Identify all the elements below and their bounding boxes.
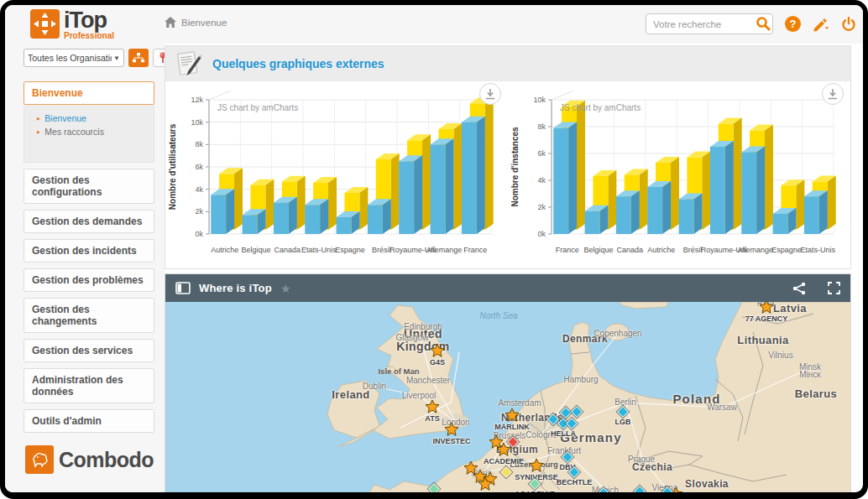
svg-text:4k: 4k [195, 185, 203, 194]
breadcrumb-label: Bienvenue [181, 18, 227, 28]
sidebar-item-gestion-des-services[interactable]: Gestion des services [24, 339, 154, 362]
sidebar-item-outils-d-admin[interactable]: Outils d'admin [24, 409, 154, 433]
svg-text:8k: 8k [195, 140, 203, 148]
svg-text:Autriche: Autriche [647, 246, 675, 254]
chart-download-button[interactable] [822, 83, 844, 105]
svg-text:Canada: Canada [275, 246, 301, 254]
combodo-label: Combodo [59, 448, 154, 472]
sidebar-item-gestion-des-incidents[interactable]: Gestion des incidents [24, 239, 154, 262]
svg-text:Brésil: Brésil [683, 246, 703, 254]
top-bar: iTop Professional Bienvenue ? [5, 5, 863, 44]
svg-text:2k: 2k [195, 207, 203, 216]
svg-text:Canada: Canada [617, 246, 644, 254]
svg-text:Allemange: Allemange [426, 246, 463, 254]
svg-text:JS chart by amCharts: JS chart by amCharts [217, 103, 298, 112]
sidebar-item-bienvenue[interactable]: Bienvenue [24, 81, 154, 105]
sidebar-subitem-bienvenue[interactable]: ‣Bienvenue [36, 113, 149, 123]
panel-toggle-icon[interactable] [175, 282, 191, 294]
svg-text:Espagne: Espagne [771, 246, 802, 254]
arrow-bullet-icon: ‣ [36, 115, 40, 123]
map-marker-star[interactable] [497, 443, 511, 460]
arrow-bullet-icon: ‣ [36, 128, 40, 137]
sidebar-item-gestion-des-demandes[interactable]: Gestion des demandes [24, 210, 154, 233]
sidebar-subitem-mes-raccourcis[interactable]: ‣Mes raccourcis [36, 127, 149, 137]
map-marker-star[interactable] [760, 302, 774, 318]
svg-text:12k: 12k [191, 96, 203, 104]
combodo-logo[interactable]: Combodo [25, 445, 154, 474]
map-header: Where is iTop ★ [165, 274, 850, 302]
edit-menu-icon[interactable] [813, 17, 829, 32]
map-canvas[interactable]: North SeaUnited KingdomIrelandNetherland… [165, 302, 850, 492]
svg-text:10k: 10k [191, 118, 203, 127]
combodo-icon [25, 445, 54, 474]
itop-logo-icon [30, 9, 60, 39]
download-icon [485, 89, 495, 100]
favorite-star-icon[interactable]: ★ [280, 282, 291, 295]
svg-text:0k: 0k [195, 230, 203, 238]
map-marker-star[interactable] [530, 459, 544, 476]
svg-text:6k: 6k [537, 149, 546, 158]
map-marker-label: ACADEMIE [515, 490, 555, 492]
sidebar: Toutes les Organisation ▼ Bienvenue ‣Bie… [5, 44, 165, 492]
svg-text:Nombre d'utilisateurs: Nombre d'utilisateurs [168, 123, 177, 210]
map-panel: Where is iTop ★ [165, 273, 851, 492]
search-input[interactable] [646, 13, 773, 34]
svg-text:JS chart by amCharts: JS chart by amCharts [560, 103, 641, 112]
svg-text:Nombre d'instances: Nombre d'instances [510, 127, 520, 207]
svg-text:Brésil: Brésil [372, 246, 391, 254]
svg-text:Espagne: Espagne [335, 246, 365, 254]
svg-text:Allemange: Allemange [737, 246, 773, 254]
svg-text:6k: 6k [195, 163, 203, 171]
dashboard-panel: Quelques graphiques externes 0k2k4k6k8k1… [165, 45, 851, 269]
breadcrumb[interactable]: Bienvenue [165, 17, 227, 28]
dashboard-header: Quelques graphiques externes [165, 46, 850, 81]
dashboard-title: Quelques graphiques externes [212, 57, 384, 70]
home-icon [165, 17, 176, 28]
svg-text:Etats-Unis: Etats-Unis [801, 246, 836, 254]
download-icon [828, 89, 838, 100]
map-marker-label: LGB [615, 418, 631, 426]
share-icon[interactable] [792, 282, 806, 295]
itop-logo[interactable]: iTop Professional [30, 9, 114, 40]
svg-text:4k: 4k [537, 176, 546, 185]
map-marker-star[interactable] [431, 344, 445, 361]
brand-edition: Professional [64, 32, 114, 40]
brand-name: iTop [64, 8, 107, 33]
organization-select-value: Toutes les Organisation [28, 53, 112, 63]
svg-text:France: France [556, 246, 579, 254]
document-icon [174, 49, 204, 78]
org-hierarchy-button[interactable] [128, 49, 149, 67]
svg-text:0k: 0k [537, 230, 546, 238]
help-icon[interactable]: ? [785, 16, 801, 32]
chevron-down-icon: ▼ [113, 55, 120, 62]
sidebar-item-gestion-des-changements[interactable]: Gestion des changements [24, 298, 154, 333]
svg-text:Belgique: Belgique [241, 246, 270, 254]
chart-download-button[interactable] [479, 83, 501, 105]
sidebar-item-administration-des-donn-es[interactable]: Administration des données [24, 368, 154, 403]
organization-select[interactable]: Toutes les Organisation ▼ [24, 49, 124, 67]
sidebar-item-gestion-des-configurations[interactable]: Gestion des configurations [24, 169, 154, 204]
sitemap-icon [133, 53, 144, 63]
charts-row: 0k2k4k6k8k10k12kAutricheBelgiqueCanadaEt… [165, 81, 850, 264]
svg-text:France: France [463, 246, 487, 254]
map-marker-star[interactable] [478, 477, 493, 493]
map-marker-star[interactable] [426, 400, 440, 418]
map-title: Where is iTop [199, 282, 272, 294]
bienvenue-submenu: ‣Bienvenue ‣Mes raccourcis [24, 105, 154, 163]
chart-instances: 0k2k4k6k8k10kFranceBelgiqueCanadaAutrich… [508, 81, 850, 264]
svg-text:Belgique: Belgique [583, 246, 613, 254]
itop-app: iTop Professional Bienvenue ? [5, 5, 863, 492]
map-marker-label: BECHTLE [557, 478, 593, 486]
chart-users: 0k2k4k6k8k10k12kAutricheBelgiqueCanadaEt… [165, 81, 508, 264]
sidebar-menu: Bienvenue ‣Bienvenue ‣Mes raccourcis Ges… [24, 75, 154, 433]
search-icon[interactable] [756, 16, 771, 31]
window-frame: iTop Professional Bienvenue ? [0, 0, 868, 499]
svg-text:2k: 2k [537, 203, 546, 211]
fullscreen-icon[interactable] [828, 282, 840, 294]
sidebar-item-gestion-des-probl-mes[interactable]: Gestion des problèmes [24, 268, 154, 292]
map-marker-star[interactable] [445, 423, 459, 440]
logout-icon[interactable] [841, 17, 856, 32]
svg-text:Etats-Unis: Etats-Unis [301, 246, 337, 254]
map-marker-star[interactable] [505, 408, 520, 426]
svg-text:10k: 10k [533, 96, 546, 104]
